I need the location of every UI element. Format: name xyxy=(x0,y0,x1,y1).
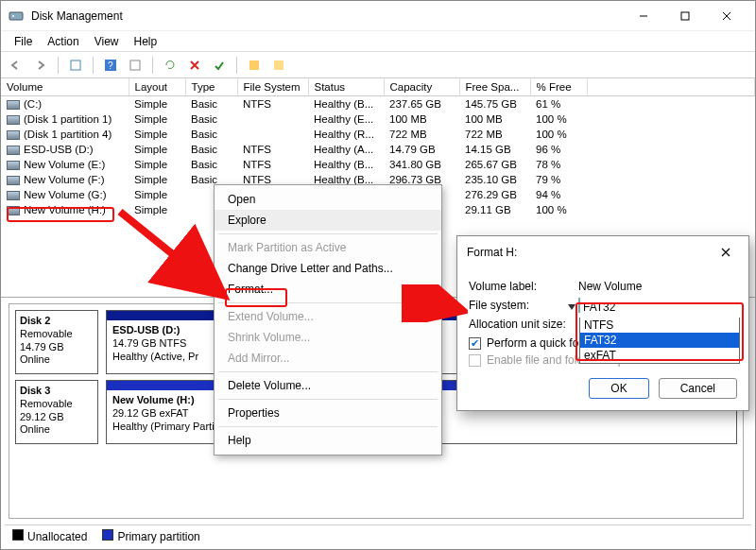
chevron-down-icon xyxy=(568,304,576,310)
disk-title: Disk 2 xyxy=(20,315,50,326)
tb-icon-1[interactable] xyxy=(66,56,85,75)
drive-icon xyxy=(7,176,20,185)
tb-icon-3[interactable] xyxy=(126,56,145,75)
table-row[interactable]: (Disk 1 partition 1)SimpleBasicHealthy (… xyxy=(1,112,755,127)
ctx-open[interactable]: Open xyxy=(215,189,441,210)
svg-point-1 xyxy=(12,15,14,17)
disk-header-3: Disk 3 Removable 29.12 GB Online xyxy=(15,380,98,444)
drive-icon xyxy=(7,146,20,155)
column-headers: Volume Layout Type File System Status Ca… xyxy=(1,78,755,96)
ctx-delete[interactable]: Delete Volume... xyxy=(215,375,441,396)
disk-state: Online xyxy=(20,353,50,365)
allocation-label: Allocation unit size: xyxy=(469,318,578,331)
disk-state: Online xyxy=(20,423,50,435)
tb-icon-8[interactable] xyxy=(269,56,288,75)
ctx-extend: Extend Volume... xyxy=(215,306,441,327)
svg-rect-11 xyxy=(274,60,284,70)
part-title: ESD-USB (D:) xyxy=(112,324,180,335)
disk-size: 29.12 GB xyxy=(20,411,63,422)
menubar: File Action View Help xyxy=(1,31,755,52)
filesystem-dropdown: NTFS FAT32 exFAT xyxy=(579,318,740,364)
svg-rect-6 xyxy=(71,60,80,70)
menu-action[interactable]: Action xyxy=(42,33,84,50)
check-icon[interactable] xyxy=(210,56,229,75)
col-pctfree[interactable]: % Free xyxy=(530,78,587,96)
ctx-help[interactable]: Help xyxy=(215,430,441,451)
filesystem-label: File system: xyxy=(469,299,578,312)
back-icon[interactable] xyxy=(7,56,26,75)
ctx-properties[interactable]: Properties xyxy=(215,403,441,423)
legend-primary: Primary partition xyxy=(102,529,199,543)
drive-icon xyxy=(7,130,20,140)
minimize-button[interactable] xyxy=(623,3,664,29)
svg-rect-3 xyxy=(681,12,689,20)
fs-option-ntfs[interactable]: NTFS xyxy=(580,318,739,333)
svg-rect-0 xyxy=(9,12,23,20)
ctx-change-letter[interactable]: Change Drive Letter and Paths... xyxy=(215,258,441,279)
disk-title: Disk 3 xyxy=(20,385,50,396)
forward-icon[interactable] xyxy=(31,56,50,75)
toolbar: ? xyxy=(1,52,755,78)
legend: Unallocated Primary partition xyxy=(5,524,751,547)
svg-text:?: ? xyxy=(108,60,113,71)
help-icon[interactable]: ? xyxy=(101,56,120,75)
ctx-shrink: Shrink Volume... xyxy=(215,327,441,348)
menu-file[interactable]: File xyxy=(9,33,38,50)
table-row[interactable]: (Disk 1 partition 4)SimpleBasicHealthy (… xyxy=(1,127,755,142)
menu-view[interactable]: View xyxy=(89,33,125,50)
menu-help[interactable]: Help xyxy=(129,33,163,50)
col-layout[interactable]: Layout xyxy=(129,78,185,96)
fs-option-exfat[interactable]: exFAT xyxy=(580,348,739,363)
app-icon xyxy=(9,9,24,24)
drive-icon xyxy=(7,100,20,110)
col-status[interactable]: Status xyxy=(308,78,384,96)
drive-icon xyxy=(7,191,20,200)
tb-icon-7[interactable] xyxy=(245,56,264,75)
ok-button[interactable]: OK xyxy=(589,378,648,399)
app-window: Disk Management File Action View Help ? xyxy=(0,0,756,550)
disk-media: Removable xyxy=(20,398,73,409)
col-fs[interactable]: File System xyxy=(237,78,308,96)
close-button[interactable] xyxy=(706,3,747,29)
delete-icon[interactable] xyxy=(185,56,204,75)
ctx-explore[interactable]: Explore xyxy=(215,210,441,231)
window-title: Disk Management xyxy=(31,9,123,23)
col-extra[interactable] xyxy=(587,78,755,96)
volume-label-label: Volume label: xyxy=(469,280,578,293)
checkbox-icon: ✔ xyxy=(469,337,481,350)
svg-rect-10 xyxy=(249,60,259,70)
dialog-close-button[interactable] xyxy=(713,242,739,263)
col-volume[interactable]: Volume xyxy=(1,78,129,96)
svg-rect-9 xyxy=(130,60,140,70)
disk-size: 14.79 GB xyxy=(20,341,63,352)
table-row[interactable]: New Volume (E:)SimpleBasicNTFSHealthy (B… xyxy=(1,157,755,172)
ctx-format[interactable]: Format... xyxy=(215,279,441,300)
context-menu: Open Explore Mark Partition as Active Ch… xyxy=(214,184,442,455)
ctx-mirror: Add Mirror... xyxy=(215,348,441,369)
col-type[interactable]: Type xyxy=(185,78,237,96)
drive-icon xyxy=(7,115,20,125)
col-free[interactable]: Free Spa... xyxy=(459,78,530,96)
filesystem-combobox[interactable]: FAT32 NTFS FAT32 exFAT xyxy=(578,298,580,313)
table-row[interactable]: (C:)SimpleBasicNTFSHealthy (B...237.65 G… xyxy=(1,96,755,112)
maximize-button[interactable] xyxy=(664,3,706,29)
col-capacity[interactable]: Capacity xyxy=(384,78,459,96)
table-row[interactable]: ESD-USB (D:)SimpleBasicNTFSHealthy (A...… xyxy=(1,142,755,157)
volume-label-value[interactable]: New Volume xyxy=(578,280,737,293)
cancel-button[interactable]: Cancel xyxy=(659,378,737,399)
drive-icon xyxy=(7,161,20,170)
part-size: 14.79 GB NTFS xyxy=(112,337,186,349)
format-dialog: Format H: Volume label: New Volume File … xyxy=(456,235,749,411)
filesystem-selected: FAT32 xyxy=(583,301,615,314)
disk-media: Removable xyxy=(20,328,73,339)
part-size: 29.12 GB exFAT xyxy=(112,407,189,419)
part-status: Healthy (Active, Pr xyxy=(112,351,198,362)
fs-option-fat32[interactable]: FAT32 xyxy=(580,333,739,348)
drive-icon xyxy=(7,206,20,215)
checkbox-icon xyxy=(469,354,481,367)
refresh-icon[interactable] xyxy=(161,56,180,75)
disk-header-2: Disk 2 Removable 14.79 GB Online xyxy=(15,310,98,374)
part-title: New Volume (H:) xyxy=(112,394,195,405)
titlebar: Disk Management xyxy=(1,1,755,31)
ctx-mark-active: Mark Partition as Active xyxy=(215,237,441,258)
